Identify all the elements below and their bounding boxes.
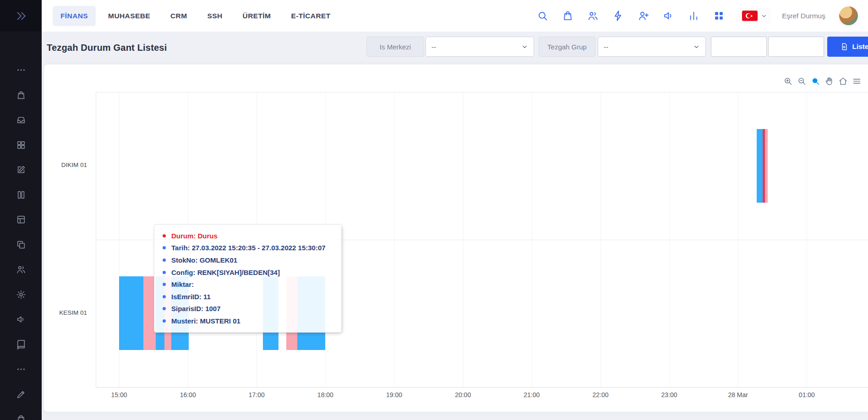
list-button[interactable]: Listele xyxy=(827,37,868,57)
chart-menu-icon[interactable] xyxy=(852,76,862,86)
bullet-dot-icon xyxy=(163,295,166,298)
bullet-dot-icon xyxy=(163,319,166,323)
main-menu: FİNANSMUHASEBECRMSSHÜRETİME-TİCARET xyxy=(53,6,338,26)
search-icon[interactable] xyxy=(537,10,548,22)
sidebar-item-4-edit-square[interactable] xyxy=(0,157,42,183)
tooltip-text: Miktar: xyxy=(171,280,194,288)
plot-top-border xyxy=(96,92,868,92)
columns-icon xyxy=(16,190,26,200)
gantt-bar-segment-0[interactable] xyxy=(757,129,763,203)
date-start-input[interactable] xyxy=(711,37,767,57)
layout-icon xyxy=(16,215,26,225)
chevron-down-icon xyxy=(693,43,700,50)
page-title: Tezgah Durum Gant Listesi xyxy=(47,43,167,53)
sidebar-item-11-book[interactable] xyxy=(0,332,42,357)
machine-group-value: -- xyxy=(604,43,608,51)
language-selector[interactable] xyxy=(738,8,771,24)
bar-chart-icon[interactable] xyxy=(688,10,699,22)
x-axis-label: 19:00 xyxy=(377,391,411,398)
gantt-bar-segment-3[interactable] xyxy=(119,276,143,350)
tooltip-line-5: IsEmriID: 11 xyxy=(163,291,335,303)
bullet-dot-icon xyxy=(163,283,166,286)
gantt-bar-segment-2[interactable] xyxy=(765,129,768,203)
volume-icon[interactable] xyxy=(663,10,674,22)
user-avatar[interactable] xyxy=(839,6,858,25)
chart-hand-icon[interactable] xyxy=(824,76,834,86)
sidebar-item-7-copy[interactable] xyxy=(0,232,42,258)
bullet-dot-icon xyxy=(163,307,166,310)
users-icon xyxy=(16,264,26,275)
sidebar-toggle-button[interactable] xyxy=(0,0,42,32)
shopping-bag-icon[interactable] xyxy=(562,10,573,22)
x-axis-label: 21:00 xyxy=(515,391,549,398)
date-end-input[interactable] xyxy=(768,37,824,57)
grid-icon xyxy=(16,140,26,150)
x-axis-label: 16:00 xyxy=(171,391,205,398)
x-axis-label: 22:00 xyxy=(584,391,617,398)
y-axis-line xyxy=(96,92,96,387)
machine-group-label-text: Tezgah Grup xyxy=(547,43,587,51)
nav-item-crm[interactable]: CRM xyxy=(163,6,195,26)
list-button-label: Listele xyxy=(852,43,868,51)
shopping-bag-icon xyxy=(16,414,26,420)
tooltip-text: Config: RENK[SIYAH]/BEDEN[34] xyxy=(171,269,280,276)
header-icon-group xyxy=(537,10,725,22)
sidebar-item-12-dots-horizontal[interactable] xyxy=(0,357,42,382)
machine-group-select[interactable]: -- xyxy=(598,37,706,57)
x-axis-label: 20:00 xyxy=(446,391,480,398)
nav-item--reti-m[interactable]: ÜRETİM xyxy=(235,6,279,26)
header-actions: Eşref Durmuş xyxy=(537,6,868,25)
sidebar-item-2-inbox[interactable] xyxy=(0,108,42,133)
tooltip-line-7: Musteri: MUSTERI 01 xyxy=(163,315,335,327)
edit-square-icon xyxy=(16,165,26,175)
user-plus-icon[interactable] xyxy=(638,10,649,22)
sidebar xyxy=(0,0,42,420)
sidebar-item-3-grid[interactable] xyxy=(0,133,42,158)
nav-item-e-ti-caret[interactable]: E-TİCARET xyxy=(283,6,338,26)
document-icon xyxy=(840,43,848,51)
bullet-dot-icon xyxy=(163,258,166,262)
chevron-down-icon xyxy=(521,43,528,50)
work-center-label-text: Is Merkezi xyxy=(380,43,411,51)
users-icon[interactable] xyxy=(587,10,599,22)
sidebar-item-10-volume[interactable] xyxy=(0,307,42,332)
work-center-value: -- xyxy=(431,43,436,51)
nav-item-fi-nans[interactable]: FİNANS xyxy=(53,6,96,26)
caret-down-icon xyxy=(761,13,767,19)
tooltip-text: Musteri: MUSTERI 01 xyxy=(171,317,240,325)
chart-zoom-in-icon[interactable] xyxy=(783,76,793,86)
sidebar-item-1-shopping-bag[interactable] xyxy=(0,83,42,108)
sidebar-item-8-users[interactable] xyxy=(0,257,42,282)
work-center-label: Is Merkezi xyxy=(366,37,424,57)
chevrons-right-icon xyxy=(15,10,27,22)
chart-tooltip: Durum: DurusTarih: 27.03.2022 15:20:35 -… xyxy=(154,224,342,333)
turkish-flag-icon xyxy=(742,11,758,21)
tooltip-text: Durum: Durus xyxy=(171,232,218,240)
sidebar-item-14-shopping-bag[interactable] xyxy=(0,407,42,420)
pencil-icon xyxy=(16,389,26,399)
bullet-dot-icon xyxy=(163,246,166,249)
grid-alt-icon[interactable] xyxy=(713,10,725,22)
y-axis-label: DIKIM 01 xyxy=(44,162,87,168)
y-axis-label: KESIM 01 xyxy=(44,309,87,316)
chart-zoom-out-icon[interactable] xyxy=(797,76,807,86)
sidebar-item-6-layout[interactable] xyxy=(0,207,42,232)
tooltip-line-1: Tarih: 27.03.2022 15:20:35 - 27.03.2022 … xyxy=(163,242,335,254)
nav-item-muhasebe[interactable]: MUHASEBE xyxy=(100,6,158,26)
sidebar-nav xyxy=(0,58,42,420)
page-header: Tezgah Durum Gant Listesi Is Merkezi -- … xyxy=(42,32,868,64)
tooltip-line-4: Miktar: xyxy=(163,278,335,291)
sidebar-item-9-gear[interactable] xyxy=(0,282,42,307)
shopping-bag-icon xyxy=(16,90,26,100)
sidebar-item-0-dots-horizontal[interactable] xyxy=(0,58,42,83)
x-axis-label: 18:00 xyxy=(308,391,342,398)
book-icon xyxy=(16,339,26,350)
sidebar-item-13-pencil[interactable] xyxy=(0,382,42,407)
copy-icon xyxy=(16,240,26,250)
sidebar-item-5-columns[interactable] xyxy=(0,183,42,208)
nav-item-ssh[interactable]: SSH xyxy=(200,6,230,26)
work-center-select[interactable]: -- xyxy=(426,37,534,57)
chart-home-icon[interactable] xyxy=(838,76,848,86)
chart-zoom-select-icon[interactable] xyxy=(811,76,820,86)
zap-icon[interactable] xyxy=(612,10,624,22)
